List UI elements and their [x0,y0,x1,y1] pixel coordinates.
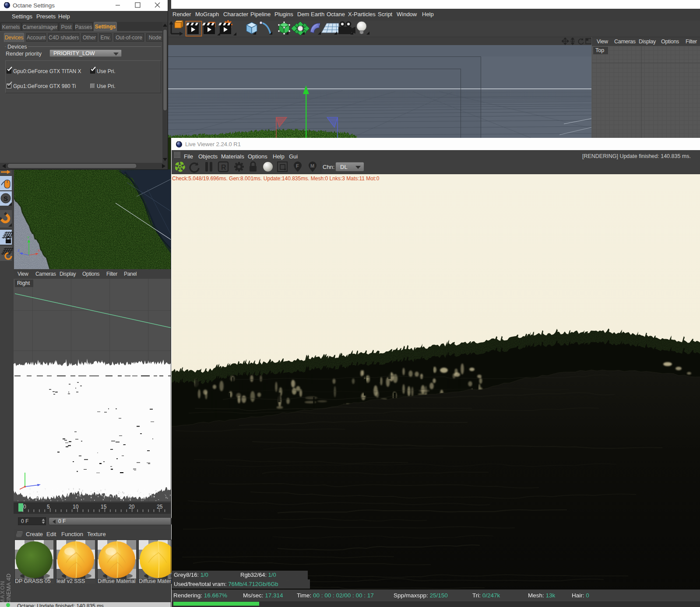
svg-text:R: R [221,164,226,171]
svg-text:F: F [296,163,299,168]
svg-text:M: M [310,163,314,168]
